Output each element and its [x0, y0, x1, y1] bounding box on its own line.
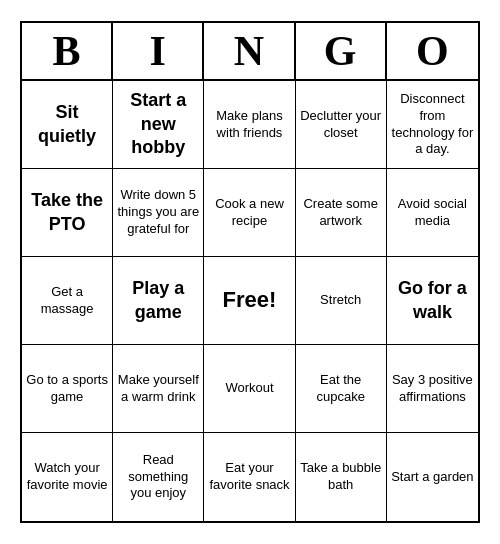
bingo-header: BINGO	[22, 23, 478, 81]
bingo-cell: Say 3 positive affirmations	[387, 345, 478, 433]
bingo-cell: Stretch	[296, 257, 387, 345]
bingo-cell: Declutter your closet	[296, 81, 387, 169]
bingo-cell: Create some artwork	[296, 169, 387, 257]
bingo-cell: Go for a walk	[387, 257, 478, 345]
bingo-cell: Avoid social media	[387, 169, 478, 257]
bingo-cell: Take a bubble bath	[296, 433, 387, 521]
bingo-cell: Disconnect from technology for a day.	[387, 81, 478, 169]
bingo-grid: Sit quietlyStart a new hobbyMake plans w…	[22, 81, 478, 521]
bingo-cell: Watch your favorite movie	[22, 433, 113, 521]
bingo-cell: Eat the cupcake	[296, 345, 387, 433]
bingo-cell: Take the PTO	[22, 169, 113, 257]
header-letter: N	[204, 23, 295, 79]
header-letter: B	[22, 23, 113, 79]
bingo-cell: Eat your favorite snack	[204, 433, 295, 521]
bingo-cell: Play a game	[113, 257, 204, 345]
bingo-cell: Get a massage	[22, 257, 113, 345]
bingo-cell: Start a garden	[387, 433, 478, 521]
bingo-cell: Free!	[204, 257, 295, 345]
header-letter: O	[387, 23, 478, 79]
header-letter: I	[113, 23, 204, 79]
bingo-cell: Make yourself a warm drink	[113, 345, 204, 433]
bingo-cell: Cook a new recipe	[204, 169, 295, 257]
bingo-card: BINGO Sit quietlyStart a new hobbyMake p…	[20, 21, 480, 523]
bingo-cell: Workout	[204, 345, 295, 433]
bingo-cell: Start a new hobby	[113, 81, 204, 169]
bingo-cell: Read something you enjoy	[113, 433, 204, 521]
bingo-cell: Write down 5 things you are grateful for	[113, 169, 204, 257]
bingo-cell: Go to a sports game	[22, 345, 113, 433]
bingo-cell: Sit quietly	[22, 81, 113, 169]
header-letter: G	[296, 23, 387, 79]
bingo-cell: Make plans with friends	[204, 81, 295, 169]
